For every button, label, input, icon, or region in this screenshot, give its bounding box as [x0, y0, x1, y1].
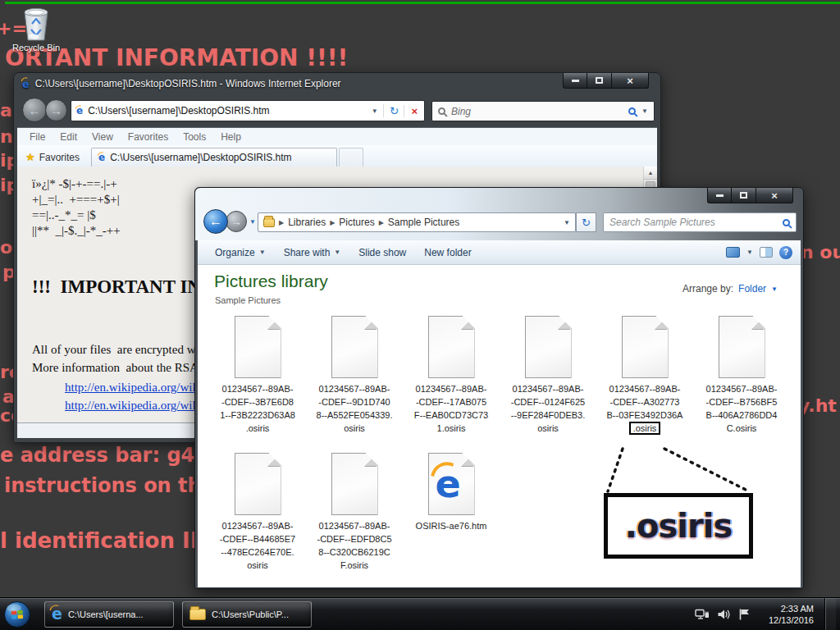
- menu-file[interactable]: File: [22, 131, 52, 143]
- new-tab-button[interactable]: [339, 148, 363, 167]
- forward-button[interactable]: →: [226, 211, 247, 232]
- breadcrumb[interactable]: ▶ Libraries ▶ Pictures ▶ Sample Pictures…: [258, 212, 576, 232]
- folder-icon: [263, 218, 275, 227]
- osiris-extension-magnified: .osiris: [604, 493, 753, 559]
- views-dropdown-icon[interactable]: ▼: [746, 249, 753, 256]
- encrypted-file-icon: [525, 316, 572, 378]
- search-dropdown-icon[interactable]: ▼: [641, 107, 648, 115]
- explorer-titlebar[interactable]: ← → ▼ ▶ Libraries ▶ Pictures ▶ Sample Pi…: [195, 188, 803, 240]
- system-tray: 2:33 AM 12/13/2016: [695, 598, 840, 630]
- back-button[interactable]: ←: [203, 209, 228, 234]
- favorites-button[interactable]: ★ Favorites: [17, 151, 91, 167]
- forward-button[interactable]: →: [45, 99, 67, 121]
- search-placeholder: Bing: [451, 106, 623, 117]
- change-view-icon[interactable]: [726, 247, 740, 258]
- arrange-by-control[interactable]: Arrange by: Folder ▼: [682, 283, 778, 294]
- breadcrumb-libraries[interactable]: Libraries: [288, 217, 326, 228]
- address-text: C:\Users\[username]\DesktopOSIRIS.htm: [88, 105, 269, 116]
- preview-pane-icon[interactable]: [760, 247, 773, 258]
- encrypted-file-icon: [622, 316, 669, 378]
- taskbar-explorer-button[interactable]: C:\Users\Public\P...: [182, 601, 312, 628]
- breadcrumb-pictures[interactable]: Pictures: [339, 217, 374, 228]
- taskbar-ie-button[interactable]: e C:\Users\[userna...: [44, 601, 174, 628]
- ransom-heading: !!! IMPORTANT IN: [32, 276, 201, 298]
- wallpaper-fragment: n ou: [801, 242, 840, 262]
- encrypted-file-icon: [331, 316, 378, 378]
- back-button[interactable]: ←: [22, 98, 47, 122]
- minimize-button[interactable]: [707, 188, 732, 203]
- taskbar-ie-label: C:\Users\[userna...: [68, 609, 144, 619]
- slide-show-button[interactable]: Slide show: [349, 247, 415, 258]
- menu-view[interactable]: View: [84, 131, 121, 143]
- menu-favorites[interactable]: Favorites: [121, 131, 176, 143]
- file-item[interactable]: eOSIRIS-ae76.htm: [403, 453, 500, 572]
- close-button[interactable]: ×: [612, 73, 649, 89]
- address-bar[interactable]: e C:\Users\[username]\DesktopOSIRIS.htm …: [71, 100, 425, 121]
- arrange-by-label: Arrange by:: [682, 283, 733, 294]
- ie-logo-icon: e: [435, 465, 460, 503]
- encrypted-file-icon: [331, 453, 378, 515]
- encrypted-file-icon: [719, 316, 765, 378]
- file-name: 01234567--89AB--CDEF--EDFD8C58--C320CB62…: [317, 519, 391, 572]
- file-item[interactable]: 01234567--89AB--CDEF--A302773B--03FE3492…: [596, 316, 693, 435]
- page-icon: e: [76, 106, 83, 116]
- menu-tools[interactable]: Tools: [176, 131, 213, 143]
- encrypted-file-icon: [235, 453, 281, 515]
- file-name: OSIRIS-ae76.htm: [416, 519, 487, 532]
- file-item[interactable]: 01234567--89AB--CDEF--3B7E6D81--F3B2223D…: [209, 316, 306, 435]
- new-folder-button[interactable]: New folder: [415, 247, 480, 258]
- show-desktop-button[interactable]: [824, 598, 836, 630]
- start-button[interactable]: [3, 600, 31, 628]
- file-name: 01234567--89AB--CDEF--B44685E7--478EC264…: [220, 519, 295, 572]
- address-dropdown-icon[interactable]: ▼: [564, 219, 570, 226]
- recent-pages-dropdown-icon[interactable]: ▼: [249, 218, 256, 226]
- maximize-button[interactable]: [732, 188, 756, 203]
- file-item[interactable]: 01234567--89AB--CDEF--B756BF5B--406A2786…: [693, 316, 790, 435]
- recycle-bin-label: Recycle Bin: [10, 43, 62, 52]
- share-with-button[interactable]: Share with▼: [275, 247, 350, 258]
- file-item[interactable]: 01234567--89AB--CDEF--9D1D7408--A552FE05…: [306, 316, 403, 435]
- browser-tab[interactable]: e C:\Users\[username]\DesktopOSIRIS.htm: [91, 148, 337, 167]
- taskbar-clock[interactable]: 2:33 AM 12/13/2016: [758, 603, 817, 626]
- file-item[interactable]: 01234567--89AB--CDEF--17AB075F--EAB0CD73…: [403, 316, 500, 435]
- recycle-bin[interactable]: Recycle Bin: [10, 5, 62, 52]
- file-name: 01234567--89AB--CDEF--9D1D7408--A552FE05…: [317, 382, 393, 435]
- file-item[interactable]: 01234567--89AB--CDEF--0124F625--9EF284F0…: [500, 316, 596, 435]
- address-dropdown-icon[interactable]: ▼: [372, 107, 378, 115]
- help-icon[interactable]: ?: [779, 246, 792, 259]
- desktop: +=ORTANT INFORMATION !!!!arnipipoupreacc…: [0, 0, 840, 630]
- chevron-right-icon: ▶: [279, 219, 284, 226]
- network-icon[interactable]: [695, 608, 710, 621]
- stop-button[interactable]: ×: [404, 105, 419, 117]
- refresh-button[interactable]: ↻: [383, 104, 399, 117]
- encrypted-file-icon: [428, 316, 475, 378]
- breadcrumb-sample-pictures[interactable]: Sample Pictures: [388, 217, 459, 228]
- taskbar-explorer-label: C:\Users\Public\P...: [212, 609, 289, 619]
- ie-favorites-bar: ★ Favorites e C:\Users\[username]\Deskto…: [17, 145, 657, 167]
- menu-edit[interactable]: Edit: [52, 131, 84, 143]
- action-center-flag-icon[interactable]: [738, 608, 751, 621]
- organize-button[interactable]: Organize▼: [206, 247, 275, 258]
- menu-help[interactable]: Help: [213, 131, 249, 143]
- recycle-bin-icon: [19, 5, 53, 43]
- search-box[interactable]: Bing ▼: [431, 101, 655, 121]
- search-icon: [438, 107, 445, 115]
- minimize-icon: [572, 80, 579, 82]
- explorer-window: ← → ▼ ▶ Libraries ▶ Pictures ▶ Sample Pi…: [194, 187, 804, 589]
- ie-menu-bar: File Edit View Favorites Tools Help: [17, 127, 657, 145]
- explorer-search-box[interactable]: Search Sample Pictures: [603, 212, 797, 232]
- scroll-up-icon[interactable]: ▲: [644, 167, 657, 180]
- volume-icon[interactable]: [717, 608, 731, 621]
- close-button[interactable]: ×: [756, 188, 793, 203]
- arrange-by-value[interactable]: Folder: [738, 283, 766, 294]
- minimize-button[interactable]: [563, 73, 587, 89]
- chevron-down-icon: ▼: [259, 249, 266, 256]
- explorer-caption-buttons: ×: [707, 188, 793, 203]
- maximize-button[interactable]: [587, 73, 612, 89]
- refresh-button[interactable]: ↻: [576, 212, 596, 232]
- chevron-down-icon: ▼: [771, 285, 778, 293]
- file-item[interactable]: 01234567--89AB--CDEF--B44685E7--478EC264…: [209, 453, 306, 572]
- file-item[interactable]: 01234567--89AB--CDEF--EDFD8C58--C320CB62…: [306, 453, 403, 572]
- wallpaper-fragment: n: [0, 126, 13, 147]
- go-search-icon[interactable]: [628, 107, 636, 115]
